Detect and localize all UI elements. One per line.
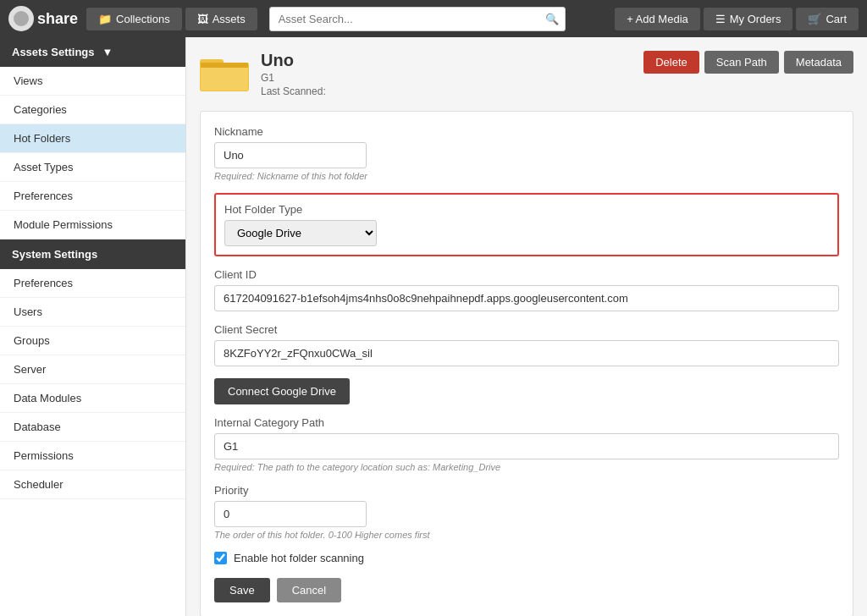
client-secret-input[interactable] [214,340,839,366]
enable-scanning-row: Enable hot folder scanning [214,552,839,564]
nickname-input[interactable] [214,142,367,168]
sidebar-item-server[interactable]: Server [0,355,185,384]
nickname-group: Nickname Required: Nickname of this hot … [214,125,839,181]
hot-folder-type-select[interactable]: Google Drive Local FTP S3 [224,220,377,246]
sidebar-item-hot-folders[interactable]: Hot Folders [0,124,185,153]
save-button[interactable]: Save [214,578,270,602]
enable-scanning-label[interactable]: Enable hot folder scanning [234,552,364,564]
main-content: Uno G1 Last Scanned: Delete Scan Path Me… [186,37,867,616]
search-input[interactable] [269,7,566,31]
sidebar-item-preferences-system[interactable]: Preferences [0,269,185,298]
folder-subtitle: G1 [261,72,643,84]
priority-input[interactable] [214,501,367,527]
connect-google-drive-button[interactable]: Connect Google Drive [214,378,350,404]
assets-settings-header: Assets Settings ▼ [0,37,185,67]
my-orders-button[interactable]: ☰ My Orders [704,8,793,30]
cart-icon: 🛒 [808,13,821,25]
internal-category-path-label: Internal Category Path [214,416,839,429]
folder-header: Uno G1 Last Scanned: Delete Scan Path Me… [200,51,853,97]
image-icon: 🖼 [197,13,208,25]
top-right-actions: + Add Media ☰ My Orders 🛒 Cart [615,8,859,30]
internal-category-path-input[interactable] [214,433,839,459]
metadata-button[interactable]: Metadata [784,51,853,74]
svg-point-0 [14,11,29,26]
sidebar: Assets Settings ▼ Views Categories Hot F… [0,37,186,616]
collections-button[interactable]: 📁 Collections [86,8,182,30]
folder-actions: Delete Scan Path Metadata [643,51,853,74]
logo-circle [8,6,34,31]
top-bar: share 📁 Collections 🖼 Assets 🔍 + Add Med… [0,0,867,37]
sidebar-item-groups[interactable]: Groups [0,327,185,355]
priority-hint: The order of this hot folder. 0-100 High… [214,530,839,540]
folder-name: Uno [261,51,643,70]
client-secret-label: Client Secret [214,323,839,336]
client-secret-group: Client Secret [214,323,839,366]
internal-category-path-hint: Required: The path to the category locat… [214,462,839,472]
priority-label: Priority [214,484,839,497]
sidebar-item-users[interactable]: Users [0,298,185,327]
sidebar-item-module-permissions[interactable]: Module Permissions [0,211,185,239]
sidebar-item-preferences-assets[interactable]: Preferences [0,182,185,211]
sidebar-item-scheduler[interactable]: Scheduler [0,470,185,499]
svg-rect-4 [201,63,248,68]
form-actions: Save Cancel [214,578,839,602]
scan-path-button[interactable]: Scan Path [704,51,779,74]
internal-category-path-group: Internal Category Path Required: The pat… [214,416,839,472]
form-card: Nickname Required: Nickname of this hot … [200,111,853,616]
sidebar-item-data-modules[interactable]: Data Modules [0,384,185,413]
folder-icon-image [200,51,251,93]
client-id-input[interactable] [214,285,839,311]
hot-folder-type-label: Hot Folder Type [224,203,829,216]
sidebar-item-categories[interactable]: Categories [0,96,185,124]
sidebar-item-views[interactable]: Views [0,67,185,96]
search-icon[interactable]: 🔍 [545,13,559,25]
sidebar-item-database[interactable]: Database [0,413,185,442]
logo-text: share [37,10,78,28]
cart-button[interactable]: 🛒 Cart [796,8,859,30]
delete-button[interactable]: Delete [643,51,699,74]
assets-button[interactable]: 🖼 Assets [185,8,257,30]
hot-folder-type-group: Hot Folder Type Google Drive Local FTP S… [214,193,839,256]
client-id-group: Client ID [214,268,839,311]
cancel-button[interactable]: Cancel [277,578,341,602]
search-wrapper: 🔍 [269,7,566,31]
list-icon: ☰ [715,13,726,25]
sidebar-item-permissions[interactable]: Permissions [0,442,185,470]
enable-scanning-checkbox[interactable] [214,552,227,564]
folder-icon: 📁 [98,13,112,25]
nickname-label: Nickname [214,125,839,138]
logo: share [8,6,78,31]
client-id-label: Client ID [214,268,839,281]
main-layout: Assets Settings ▼ Views Categories Hot F… [0,37,867,616]
nickname-hint: Required: Nickname of this hot folder [214,171,839,181]
folder-last-scanned: Last Scanned: [261,85,643,97]
caret-icon: ▼ [102,46,113,58]
add-media-button[interactable]: + Add Media [615,8,700,30]
folder-info: Uno G1 Last Scanned: [261,51,643,97]
sidebar-item-asset-types[interactable]: Asset Types [0,153,185,182]
system-settings-header: System Settings [0,239,185,269]
priority-group: Priority The order of this hot folder. 0… [214,484,839,540]
